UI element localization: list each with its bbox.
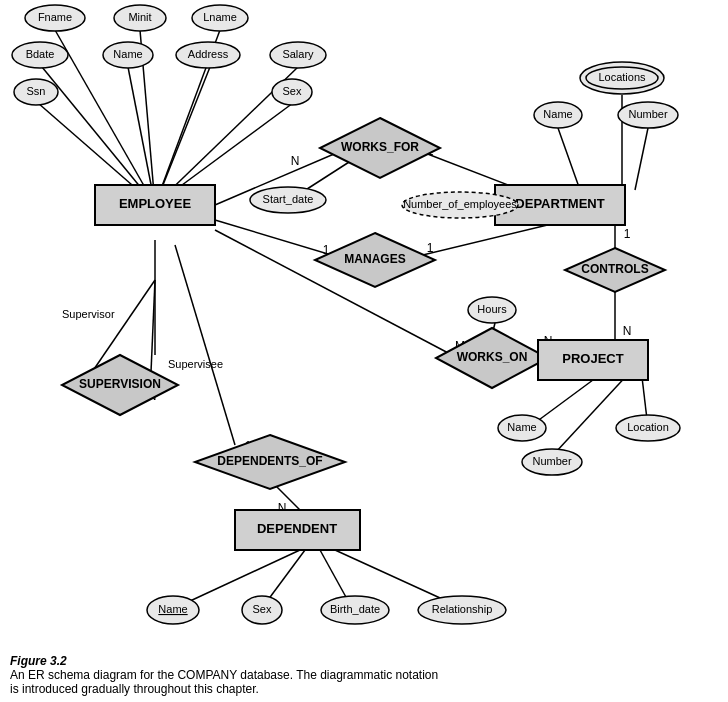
svg-text:Hours: Hours [477, 303, 507, 315]
svg-text:Fname: Fname [38, 11, 72, 23]
svg-text:1: 1 [624, 227, 631, 241]
svg-text:DEPENDENT: DEPENDENT [257, 521, 337, 536]
er-diagram: .entity-rect { fill: #d0d0d0; stroke: #0… [0, 0, 728, 650]
svg-text:Name: Name [158, 603, 187, 615]
svg-text:WORKS_ON: WORKS_ON [457, 350, 528, 364]
figure-title: Figure 3.2 [10, 654, 67, 668]
svg-text:Number: Number [628, 108, 667, 120]
caption-line1: An ER schema diagram for the COMPANY dat… [10, 668, 438, 682]
svg-text:DEPENDENTS_OF: DEPENDENTS_OF [217, 454, 322, 468]
svg-text:Relationship: Relationship [432, 603, 493, 615]
svg-text:Ssn: Ssn [27, 85, 46, 97]
svg-text:Minit: Minit [128, 11, 151, 23]
svg-text:Number: Number [532, 455, 571, 467]
svg-line-26 [558, 128, 580, 190]
svg-text:Name: Name [507, 421, 536, 433]
svg-text:PROJECT: PROJECT [562, 351, 623, 366]
svg-text:Start_date: Start_date [263, 193, 314, 205]
svg-text:Supervisor: Supervisor [62, 308, 115, 320]
svg-text:N: N [291, 154, 300, 168]
svg-text:EMPLOYEE: EMPLOYEE [119, 196, 192, 211]
svg-line-27 [635, 128, 648, 190]
figure-caption: Figure 3.2 An ER schema diagram for the … [0, 650, 728, 700]
svg-text:Location: Location [627, 421, 669, 433]
svg-text:Supervisee: Supervisee [168, 358, 223, 370]
svg-text:CONTROLS: CONTROLS [581, 262, 648, 276]
svg-line-12 [175, 245, 235, 445]
svg-line-30 [555, 372, 630, 453]
svg-text:DEPARTMENT: DEPARTMENT [515, 196, 604, 211]
svg-line-7 [215, 230, 452, 355]
svg-text:N: N [623, 324, 632, 338]
svg-text:Sex: Sex [283, 85, 302, 97]
svg-text:SUPERVISION: SUPERVISION [79, 377, 161, 391]
svg-text:Birth_date: Birth_date [330, 603, 380, 615]
svg-text:Lname: Lname [203, 11, 237, 23]
svg-text:Locations: Locations [598, 71, 646, 83]
svg-text:Salary: Salary [282, 48, 314, 60]
svg-text:MANAGES: MANAGES [344, 252, 405, 266]
svg-line-32 [175, 550, 300, 608]
svg-text:Number_of_employees: Number_of_employees [403, 198, 517, 210]
svg-text:WORKS_FOR: WORKS_FOR [341, 140, 419, 154]
svg-text:Bdate: Bdate [26, 48, 55, 60]
svg-text:Sex: Sex [253, 603, 272, 615]
svg-text:1: 1 [427, 241, 434, 255]
svg-text:Name: Name [543, 108, 572, 120]
svg-text:Name: Name [113, 48, 142, 60]
svg-text:Address: Address [188, 48, 229, 60]
caption-line2: is introduced gradually throughout this … [10, 682, 259, 696]
